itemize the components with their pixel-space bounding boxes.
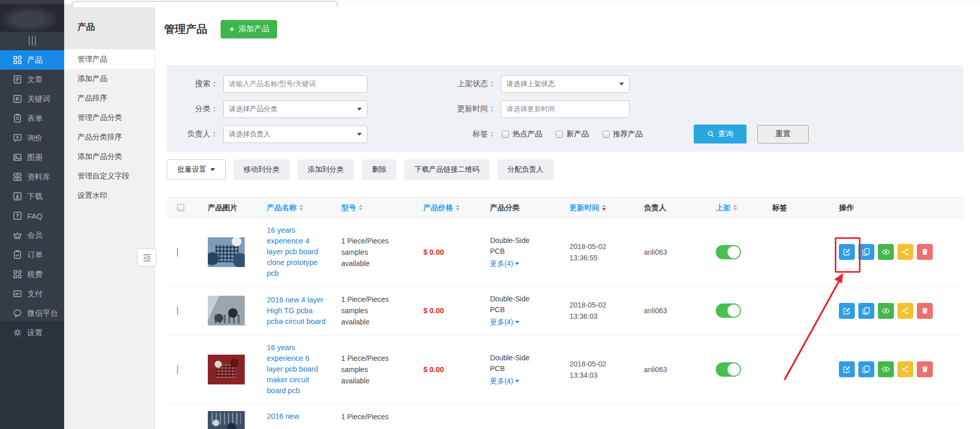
product-name-link[interactable]: 16 years experience 6 layer pcb board ma… (267, 342, 327, 396)
eye-icon (881, 365, 890, 374)
share-button[interactable] (897, 303, 913, 319)
submenu-item[interactable]: 产品排序 (64, 88, 154, 108)
row-checkbox[interactable] (177, 306, 178, 315)
sidebar-item[interactable]: ? FAQ (0, 206, 64, 226)
sidebar-item[interactable]: K 关键词 (0, 89, 64, 109)
submenu-item[interactable]: 管理产品 (64, 49, 154, 69)
product-name-link[interactable]: 2016 new (267, 411, 327, 422)
checkbox[interactable] (502, 131, 509, 138)
sidebar-grip-icon[interactable] (0, 32, 64, 50)
submenu-item[interactable]: 管理产品分类 (64, 108, 154, 127)
updated-time: 2018-05-02 13:34:03 (570, 360, 606, 379)
copy-button[interactable] (858, 361, 874, 377)
product-image[interactable] (208, 296, 245, 325)
sidebar-item[interactable]: 表单 (0, 109, 64, 128)
sidebar-item[interactable]: 设置 (0, 323, 64, 342)
copy-icon (862, 365, 871, 374)
sidebar-item[interactable]: 文章 (0, 70, 64, 89)
publish-toggle[interactable] (716, 303, 741, 318)
filter-panel: 搜索： 上架状态： 请选择上架状态 分类： 请选择产品分类 (167, 65, 964, 152)
sidebar-item-icon (12, 74, 23, 85)
sort-arrows-icon[interactable] (359, 205, 363, 211)
sidebar-item-label: 表单 (27, 114, 43, 124)
publish-toggle[interactable] (716, 245, 741, 259)
sort-arrows-icon[interactable] (733, 205, 737, 211)
tag-checkbox-option[interactable]: 推荐产品 (602, 129, 643, 139)
copy-button[interactable] (858, 303, 874, 319)
search-icon (707, 130, 715, 138)
sidebar-item-icon (12, 172, 23, 182)
sidebar-item[interactable]: 图册 (0, 148, 64, 167)
sidebar-nav: 产品 文章 K 关键词 表单 ¥ 询 (0, 50, 64, 342)
reset-button[interactable]: 重置 (757, 125, 809, 144)
filter-row-1: 搜索： 上架状态： 请选择上架状态 (167, 71, 964, 96)
batch-action-button[interactable]: 分配负责人 (497, 159, 554, 180)
submenu-item[interactable]: 添加产品分类 (64, 147, 154, 166)
checkbox[interactable] (602, 131, 610, 138)
batch-action-button[interactable]: 下载产品链接二维码 (404, 159, 489, 180)
row-checkbox[interactable] (177, 365, 178, 374)
checkbox[interactable] (556, 131, 563, 138)
sidebar-item[interactable]: 微信平台 (0, 303, 64, 323)
sort-arrows-icon[interactable] (456, 205, 460, 211)
more-categories-link[interactable]: 更多(4) (490, 376, 519, 386)
owner-select[interactable]: 请选择负责人 (223, 126, 367, 143)
preview-button[interactable] (878, 303, 894, 319)
edit-button[interactable] (839, 244, 855, 260)
sidebar-item[interactable]: 会员 (0, 226, 64, 245)
submenu-item[interactable]: 产品分类排序 (64, 127, 154, 147)
sort-arrows-icon[interactable] (299, 205, 303, 211)
more-categories-link[interactable]: 更多(4) (490, 258, 519, 269)
sidebar-item[interactable]: 税费 (0, 264, 64, 284)
submenu-item[interactable]: 添加产品 (64, 69, 154, 88)
publish-toggle[interactable] (716, 362, 741, 377)
submenu-item[interactable]: 设置水印 (64, 186, 154, 205)
batch-action-button[interactable]: 添加到分类 (298, 159, 354, 180)
batch-action-button[interactable]: 批量设置 (167, 159, 226, 180)
sidebar-item[interactable]: 下载 (0, 187, 64, 206)
submenu-item[interactable]: 管理自定义字段 (64, 166, 154, 186)
sidebar-item[interactable]: 产品 (0, 50, 64, 70)
caret-down-icon (210, 168, 215, 171)
share-button[interactable] (897, 244, 913, 260)
category-select[interactable]: 请选择产品分类 (223, 100, 367, 118)
update-time-input[interactable] (501, 100, 630, 118)
sidebar-item-icon (12, 55, 23, 65)
sidebar-item[interactable]: ¥ 询价 (0, 128, 64, 148)
sidebar-item[interactable]: 订单 (0, 245, 64, 264)
search-input[interactable] (223, 75, 367, 93)
preview-button[interactable] (878, 244, 894, 260)
select-all-checkbox[interactable] (177, 204, 184, 211)
query-button[interactable]: 查询 (694, 125, 747, 144)
product-image[interactable] (208, 411, 245, 429)
batch-action-label: 批量设置 (178, 165, 206, 174)
product-name-link[interactable]: 16 years experience 4 layer pcb board cl… (267, 225, 327, 279)
delete-button[interactable] (917, 303, 933, 319)
edit-button[interactable] (839, 361, 855, 377)
tag-checkbox-option[interactable]: 热点产品 (502, 129, 542, 139)
status-select[interactable]: 请选择上架状态 (501, 75, 630, 93)
product-image[interactable] (208, 355, 245, 384)
row-checkbox[interactable] (177, 248, 178, 257)
add-product-button[interactable]: 添加产品 (221, 20, 277, 38)
delete-button[interactable] (917, 244, 933, 260)
sort-arrows-icon[interactable] (602, 205, 606, 211)
batch-action-button[interactable]: 删除 (362, 159, 397, 180)
share-button[interactable] (897, 361, 913, 377)
preview-button[interactable] (878, 361, 894, 377)
batch-action-button[interactable]: 移动到分类 (233, 159, 290, 180)
delete-button[interactable] (917, 361, 933, 377)
table-header-cell: 操作 (834, 203, 964, 213)
sidebar-item[interactable]: 资料库 (0, 167, 64, 187)
caret-down-icon (515, 262, 519, 265)
caret-down-icon (619, 83, 624, 86)
copy-button[interactable] (858, 244, 874, 260)
product-name-link[interactable]: 2016 new 4 layer High TG pcba pcba circu… (267, 295, 327, 327)
more-categories-link[interactable]: 更多(4) (490, 317, 519, 328)
tag-checkbox-option[interactable]: 新产品 (556, 129, 589, 139)
product-image[interactable] (208, 237, 245, 267)
caret-down-icon (357, 108, 362, 111)
sidebar-item[interactable]: 支付 (0, 284, 64, 303)
edit-button[interactable] (839, 303, 855, 319)
submenu-collapse-button[interactable] (137, 248, 156, 267)
